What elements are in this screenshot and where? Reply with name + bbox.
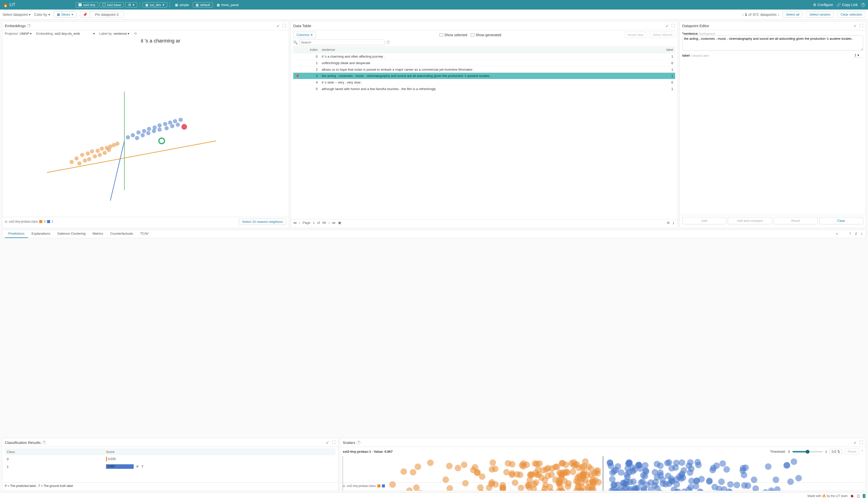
show-generated-checkbox[interactable]: Show generated (471, 33, 501, 37)
columns-button[interactable]: Columns ▾ (293, 32, 316, 38)
tab-tcav[interactable]: TCAV (137, 230, 152, 238)
pager-next-icon[interactable]: › (329, 221, 330, 224)
pager-last-icon[interactable]: ⏭ (332, 221, 335, 224)
fullscreen-icon[interactable]: ⛶ (332, 440, 335, 445)
fullscreen-icon[interactable]: ⛶ (283, 23, 286, 28)
tab-predictions[interactable]: Predictions (5, 230, 28, 238)
select-datapoint-dropdown[interactable]: Select datapoint ▾ (2, 13, 31, 16)
svg-line-2 (110, 141, 124, 201)
copy-link-button[interactable]: 🔗 Copy Link (836, 3, 858, 7)
embeddings-plot[interactable]: it 's a charming ar (5, 37, 286, 217)
table-row[interactable]: 5although laced with humor and a few fan… (293, 86, 675, 92)
svg-point-201 (531, 481, 537, 487)
align-bot-icon[interactable]: ⤓ (860, 232, 863, 236)
layout-simple[interactable]: ▦simple (173, 2, 192, 7)
configure-button[interactable]: ⚙ Configure (813, 3, 833, 7)
fullscreen-icon[interactable]: ⛶ (859, 23, 863, 28)
label-by-dropdown[interactable]: sentence ▾ (114, 32, 129, 35)
collapse-icon[interactable]: ↙ (854, 23, 857, 28)
reset-camera-icon[interactable]: ⟲ (134, 32, 137, 35)
collapse-icon[interactable]: ↙ (326, 440, 329, 445)
dataset-chip[interactable]: ▦ sst_dev ▾ (142, 2, 167, 8)
add-compare-button[interactable]: Add and compare (728, 217, 772, 224)
clear-selection-button[interactable]: Clear selection (837, 11, 866, 17)
layout-three-panel[interactable]: ▦three_panel (214, 2, 241, 7)
align-top-icon[interactable]: ⤒ (849, 232, 852, 236)
label-dropdown[interactable]: 1 ▾ (853, 53, 863, 58)
scalars-plot[interactable] (343, 456, 863, 491)
fullscreen-icon[interactable]: ⛶ (671, 23, 675, 28)
help-icon[interactable]: ? (386, 40, 390, 44)
reset-button[interactable]: Reset (774, 217, 818, 224)
show-selected-checkbox[interactable]: Show selected (440, 33, 467, 37)
color-by-dropdown[interactable]: Color by ▾ (34, 13, 50, 16)
collapse-icon[interactable]: ↙ (277, 23, 280, 28)
model-chip-sst2-tiny[interactable]: sst2-tiny (76, 2, 98, 8)
table-row[interactable]: 2allows us to hope that nolan is poised … (293, 66, 675, 73)
pin-label[interactable]: Pin datapoint 3 (90, 12, 123, 17)
bug-icon[interactable]: 🐞 (850, 494, 854, 498)
select-random-button[interactable]: Select random (806, 11, 834, 17)
caret-down-icon: ▾ (48, 13, 50, 16)
table-row[interactable]: 0it 's a charming and often affecting jo… (293, 53, 675, 60)
svg-point-345 (657, 469, 664, 476)
pin-icon[interactable]: 📌 (295, 74, 299, 78)
toggle-dense-icon[interactable]: ▣ (338, 221, 341, 224)
help-icon[interactable]: ? (357, 441, 360, 445)
align-mid-icon[interactable]: ⇵ (855, 232, 857, 236)
download-icon[interactable]: ⭳ (672, 221, 675, 224)
svg-point-444 (673, 460, 680, 466)
help-icon[interactable]: ? (861, 3, 865, 7)
clipboard-icon[interactable]: 📋 (856, 494, 860, 498)
model-settings-chip[interactable]: ⚙ ▾ (126, 2, 137, 8)
scalars-reset-button[interactable]: Reset (845, 448, 859, 455)
svg-point-479 (660, 480, 666, 487)
fullscreen-icon[interactable]: ⛶ (859, 440, 863, 445)
svg-point-439 (625, 461, 632, 467)
help-icon[interactable]: ? (42, 441, 46, 445)
tab-explanations[interactable]: Explanations (28, 230, 53, 238)
info-icon[interactable]: i (863, 494, 866, 498)
copy-icon[interactable]: ⧉ (667, 221, 669, 225)
threshold-spinner[interactable]: 0.5⇅ (830, 449, 842, 454)
reset-view-button[interactable]: Reset view (625, 32, 646, 38)
select-nn-button[interactable]: Select 10 nearest neighbors (239, 219, 286, 225)
star-icon[interactable]: ☆ (301, 74, 304, 78)
layout-default[interactable]: ▦default (193, 2, 213, 8)
embedding-dropdown[interactable]: sst2-tiny:cls_emb ▾ (55, 32, 95, 35)
select-all-button[interactable]: Select all (783, 11, 802, 17)
svg-point-225 (543, 466, 550, 473)
nav-prev-icon[interactable]: ‹ (742, 13, 744, 16)
table-row[interactable]: 1unflinchingly bleak and desperate0 (293, 60, 675, 66)
collapse-section-icon[interactable]: ˄ (861, 450, 863, 453)
svg-point-26 (153, 125, 157, 130)
pin-icon[interactable]: 📌 (80, 12, 90, 17)
projector-dropdown[interactable]: UMAP ▾ (20, 32, 32, 35)
collapse-icon[interactable]: ↙ (666, 23, 669, 28)
app-title: LIT (10, 2, 15, 7)
tab-salience-clustering[interactable]: Salience Clustering (54, 230, 89, 238)
tab-metrics[interactable]: Metrics (89, 230, 107, 238)
add-button[interactable]: Add (682, 217, 726, 224)
svg-point-292 (783, 462, 790, 469)
clear-button[interactable]: Clear (819, 217, 863, 224)
slices-button[interactable]: ▦Slices▾ (53, 11, 77, 17)
table-row[interactable]: 📌☆3the acting , costumes , music , cinem… (293, 73, 675, 79)
pager-first-icon[interactable]: ⏮ (293, 221, 297, 224)
svg-point-136 (462, 480, 469, 487)
sentence-textarea[interactable]: the acting , costumes , music , cinemato… (682, 35, 863, 51)
caret-down-icon: ▾ (133, 3, 134, 7)
pager-prev-icon[interactable]: ‹ (299, 221, 300, 224)
tab-counterfactuals[interactable]: Counterfactuals (107, 230, 137, 238)
drag-icon[interactable]: ≡ (836, 232, 838, 236)
select-filtered-button[interactable]: Select filtered (650, 32, 675, 38)
panel-title: Scalars (343, 440, 355, 445)
help-icon[interactable]: ? (27, 24, 31, 28)
threshold-slider[interactable] (793, 451, 823, 452)
table-row[interactable]: 4it 's slow -- very , very slow .0 (293, 79, 675, 86)
embeddings-controls: Projector: UMAP ▾ Embedding: sst2-tiny:c… (5, 32, 286, 35)
search-input[interactable] (299, 39, 385, 45)
model-chip-sst2-base[interactable]: sst2-base (100, 2, 124, 8)
nav-next-icon[interactable]: › (778, 13, 780, 16)
collapse-icon[interactable]: ↙ (854, 440, 857, 445)
